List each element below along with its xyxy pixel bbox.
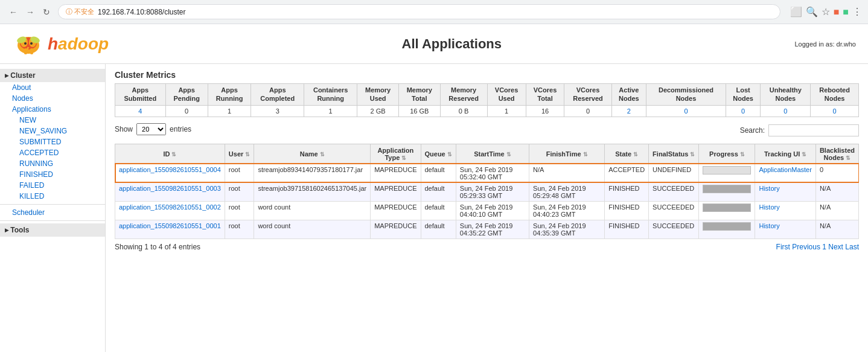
cell-name-1: streamjob3971581602465137045.jar [254, 182, 371, 201]
cell-finalstatus-2: SUCCEEDED [649, 201, 699, 220]
sidebar-item-nodes[interactable]: Nodes [0, 93, 105, 104]
cell-tracking-0: ApplicationMaster [755, 164, 815, 182]
table-row: application_1550982610551_0002 root word… [115, 201, 859, 220]
bookmark-icon[interactable]: ☆ [822, 6, 830, 18]
col-id[interactable]: ID ⇅ [115, 144, 225, 164]
cell-progress-1 [699, 182, 755, 201]
cell-finishtime-0: N/A [529, 164, 605, 182]
cluster-section-header[interactable]: ▸ Cluster [0, 69, 105, 82]
security-label: ⓘ 不安全 [66, 7, 94, 16]
val-vcores-used: 1 [487, 105, 526, 117]
unhealthy-nodes-link[interactable]: 0 [783, 107, 787, 115]
cell-starttime-3: Sun, 24 Feb 2019 04:35:22 GMT [456, 220, 529, 238]
metrics-table: AppsSubmitted AppsPending AppsRunning Ap… [115, 83, 859, 117]
browser-chrome: ← → ↻ ⓘ 不安全 192.168.74.10:8088/cluster ⬜… [0, 0, 868, 24]
sidebar-item-scheduler[interactable]: Scheduler [0, 207, 105, 218]
cell-queue-1: default [421, 182, 456, 201]
cell-queue-0: default [421, 164, 456, 182]
sidebar-item-new[interactable]: NEW [0, 115, 105, 126]
page-next[interactable]: Next [828, 243, 843, 251]
refresh-button[interactable]: ↻ [40, 6, 53, 18]
browser-actions: ⬜ 🔍 ☆ ■ ■ ⋮ [790, 6, 862, 18]
apps-submitted-link[interactable]: 4 [138, 107, 142, 115]
sidebar-item-about[interactable]: About [0, 82, 105, 93]
cell-type-3: MAPREDUCE [371, 220, 421, 238]
page-first[interactable]: First [776, 243, 790, 251]
app-id-link-1[interactable]: application_1550982610551_0003 [119, 185, 221, 192]
cell-progress-2 [699, 201, 755, 220]
extensions-icon[interactable]: ■ [843, 7, 849, 18]
app-id-link-3[interactable]: application_1550982610551_0001 [119, 222, 221, 229]
col-user[interactable]: User ⇅ [225, 144, 254, 164]
tracking-link-1[interactable]: History [759, 185, 779, 192]
col-state[interactable]: State ⇅ [605, 144, 649, 164]
progress-bar-1 [703, 185, 751, 193]
cell-user-2: root [225, 201, 254, 220]
page-header: hhadoopadoop All Applications Logged in … [0, 24, 868, 64]
entries-select[interactable]: 10 20 50 100 [136, 123, 166, 135]
queue-sort-icon: ⇅ [447, 152, 452, 158]
pagination: First Previous 1 Next Last [776, 243, 859, 251]
active-nodes-link[interactable]: 2 [627, 107, 631, 115]
tracking-sort-icon: ⇅ [802, 152, 806, 158]
cell-queue-2: default [421, 201, 456, 220]
sidebar-item-finished[interactable]: FINISHED [0, 169, 105, 180]
col-lost-nodes: LostNodes [726, 84, 761, 106]
col-vcores-total: VCoresTotal [526, 84, 564, 106]
sidebar-item-applications[interactable]: Applications [0, 104, 105, 115]
cell-finalstatus-1: SUCCEEDED [649, 182, 699, 201]
val-apps-submitted: 4 [115, 105, 166, 117]
finishtime-sort-icon: ⇅ [583, 152, 588, 158]
sidebar-item-running[interactable]: RUNNING [0, 158, 105, 169]
page-previous[interactable]: Previous [792, 243, 820, 251]
sidebar-item-submitted[interactable]: SUBMITTED [0, 136, 105, 147]
tracking-link-2[interactable]: History [759, 203, 779, 211]
col-blacklisted[interactable]: BlacklistedNodes ⇅ [815, 144, 858, 164]
col-tracking-ui[interactable]: Tracking UI ⇅ [755, 144, 815, 164]
back-button[interactable]: ← [6, 6, 21, 18]
col-starttime[interactable]: StartTime ⇅ [456, 144, 529, 164]
cell-user-1: root [225, 182, 254, 201]
page-wrapper: hhadoopadoop All Applications Logged in … [0, 24, 868, 352]
col-name[interactable]: Name ⇅ [254, 144, 371, 164]
app-table-container: ID ⇅ User ⇅ Name ⇅ ApplicationType ⇅ Que… [115, 144, 859, 239]
lost-nodes-link[interactable]: 0 [741, 107, 745, 115]
col-app-type[interactable]: ApplicationType ⇅ [371, 144, 421, 164]
cell-queue-3: default [421, 220, 456, 238]
zoom-icon[interactable]: 🔍 [806, 6, 818, 18]
profile-icon[interactable]: ■ [834, 7, 840, 18]
val-unhealthy-nodes: 0 [761, 105, 811, 117]
sidebar-item-failed[interactable]: FAILED [0, 180, 105, 191]
sidebar-item-killed[interactable]: KILLED [0, 191, 105, 202]
sidebar-item-accepted[interactable]: ACCEPTED [0, 147, 105, 158]
page-last[interactable]: Last [845, 243, 859, 251]
app-id-link-2[interactable]: application_1550982610551_0002 [119, 203, 221, 211]
menu-icon[interactable]: ⋮ [852, 6, 862, 18]
app-id-link-0[interactable]: application_1550982610551_0004 [119, 166, 221, 173]
col-finalstatus[interactable]: FinalStatus ⇅ [649, 144, 699, 164]
content-area: Cluster Metrics AppsSubmitted AppsPendin… [106, 64, 868, 352]
cell-blacklisted-0: 0 [815, 164, 858, 182]
decommissioned-nodes-link[interactable]: 0 [684, 107, 688, 115]
address-bar[interactable]: ⓘ 不安全 192.168.74.10:8088/cluster [58, 4, 780, 19]
rebooted-nodes-link[interactable]: 0 [833, 107, 837, 115]
sidebar-divider [0, 204, 105, 205]
page-1[interactable]: 1 [822, 243, 826, 251]
show-entries: Show 10 20 50 100 entries [115, 123, 191, 135]
cell-state-0: ACCEPTED [605, 164, 649, 182]
sidebar-item-new-saving[interactable]: NEW_SAVING [0, 126, 105, 136]
search-input[interactable] [768, 124, 859, 136]
col-finishtime[interactable]: FinishTime ⇅ [529, 144, 605, 164]
page-title: All Applications [109, 36, 794, 52]
cast-icon[interactable]: ⬜ [790, 6, 802, 18]
logo-h: h [48, 34, 58, 53]
forward-button[interactable]: → [23, 6, 37, 18]
tracking-link-0[interactable]: ApplicationMaster [759, 166, 811, 173]
search-row: Search: [740, 124, 859, 136]
metrics-row: 4 0 1 3 1 2 GB 16 GB 0 B 1 16 0 2 0 0 [115, 105, 859, 117]
col-progress[interactable]: Progress ⇅ [699, 144, 755, 164]
col-unhealthy-nodes: UnhealthyNodes [761, 84, 811, 106]
col-queue[interactable]: Queue ⇅ [421, 144, 456, 164]
tools-section-header[interactable]: ▸ Tools [0, 223, 105, 237]
tracking-link-3[interactable]: History [759, 222, 779, 229]
